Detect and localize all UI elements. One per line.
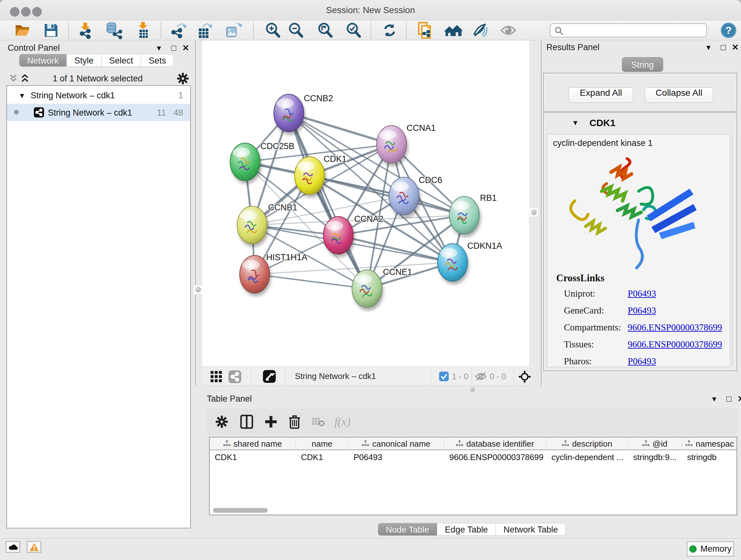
column-header-canonical-name[interactable]: canonical name	[348, 437, 444, 450]
table-hscrollbar[interactable]	[213, 508, 268, 513]
crosshair-icon[interactable]	[518, 370, 531, 383]
column-header-database-identifier[interactable]: database identifier	[444, 437, 546, 450]
tab-sets[interactable]: Sets	[141, 54, 174, 67]
network-collection-row[interactable]: ▼ String Network – cdk1 1	[7, 86, 190, 104]
crosslink-label: Compartments:	[564, 322, 621, 333]
node-CDC25B[interactable]	[230, 143, 260, 181]
maximize-panel-icon[interactable]: □	[717, 43, 730, 52]
import-table-icon[interactable]	[134, 21, 152, 40]
tab-select[interactable]: Select	[102, 54, 141, 67]
cloud-icon[interactable]	[6, 541, 20, 553]
delete-table-icon[interactable]	[309, 413, 327, 431]
close-panel-icon[interactable]: ✕	[179, 43, 192, 53]
trash-icon[interactable]	[285, 413, 304, 431]
node-CCNA2[interactable]	[323, 216, 353, 254]
table-cell[interactable]: CDK1	[296, 451, 348, 463]
plus-icon[interactable]	[262, 413, 280, 431]
node-HIST1H1A[interactable]	[240, 255, 270, 293]
node-RB1[interactable]	[449, 196, 479, 234]
graphics-details-icon[interactable]	[471, 21, 490, 40]
column-header-description[interactable]: description	[546, 437, 628, 450]
columns-icon[interactable]	[238, 413, 256, 431]
tab-string[interactable]: String	[622, 57, 663, 72]
tree-expander-icon[interactable]: ▼	[18, 91, 25, 100]
crosslink-link[interactable]: P06493	[628, 305, 656, 316]
import-network-file-icon[interactable]	[76, 21, 94, 40]
grid-icon[interactable]	[211, 371, 222, 382]
bottom-splitter-handle[interactable]	[470, 387, 475, 392]
results-scrollbar[interactable]	[732, 134, 737, 367]
zoom-out-icon[interactable]	[286, 21, 305, 40]
open-session-icon[interactable]	[13, 21, 31, 40]
node-CDKN1A[interactable]	[437, 244, 468, 281]
node-CCNB2[interactable]	[274, 94, 304, 132]
right-splitter-handle[interactable]	[529, 207, 539, 217]
memory-button[interactable]: Memory	[687, 542, 734, 557]
eye-slash-icon[interactable]	[475, 371, 487, 381]
maximize-panel-icon[interactable]: □	[167, 43, 180, 53]
zoom-in-icon[interactable]	[264, 21, 282, 40]
crosslink-link[interactable]: 9606.ENSP00000378699	[628, 339, 722, 350]
left-splitter[interactable]	[195, 41, 197, 386]
table-cell[interactable]: stringdb	[682, 451, 737, 463]
show-hide-eye-icon[interactable]	[499, 21, 518, 40]
table-cell[interactable]: P06493	[348, 451, 444, 463]
share-icon[interactable]	[228, 370, 241, 383]
expand-all-button[interactable]: Expand All	[569, 87, 633, 103]
float-panel-icon[interactable]: ▾	[708, 394, 721, 404]
warning-icon[interactable]	[27, 541, 41, 553]
network-canvas[interactable]: CCNB2CCNA1CDC25BCDK1CDC6RB1CCNB1CCNA2CDK…	[202, 41, 529, 367]
help-icon[interactable]: ?	[719, 21, 738, 40]
export-image-icon[interactable]	[224, 21, 242, 40]
refresh-layout-icon[interactable]	[381, 21, 399, 40]
node-CDK1[interactable]	[294, 157, 325, 194]
table-row[interactable]: CDK1CDK1P064939606.ENSP00000378699cyclin…	[210, 451, 737, 463]
string-network-graph[interactable]: CCNB2CCNA1CDC25BCDK1CDC6RB1CCNB1CCNA2CDK…	[202, 41, 529, 367]
maximize-panel-icon[interactable]: □	[723, 394, 735, 404]
zoom-fit-icon[interactable]	[316, 21, 334, 40]
export-network-icon[interactable]	[169, 21, 187, 40]
close-panel-icon[interactable]: ✕	[729, 43, 741, 52]
column-header-shared-name[interactable]: shared name	[210, 437, 296, 450]
export-table-icon[interactable]	[196, 21, 214, 40]
birdseye-icon[interactable]	[263, 370, 276, 383]
tab-network[interactable]: Network	[19, 54, 67, 67]
column-header-name[interactable]: name	[296, 437, 348, 450]
houses-icon[interactable]	[444, 21, 462, 40]
tab-network-table[interactable]: Network Table	[496, 523, 566, 536]
gear-icon[interactable]	[177, 72, 189, 84]
table-cell[interactable]: stringdb:9...	[628, 451, 682, 463]
close-panel-icon[interactable]: ✕	[735, 394, 741, 404]
tab-node-table[interactable]: Node Table	[378, 523, 437, 536]
node-CCNA1[interactable]	[377, 125, 407, 163]
node-CDC6[interactable]	[389, 177, 419, 215]
table-cell[interactable]: cyclin-dependent ...	[546, 451, 628, 463]
tab-edge-table[interactable]: Edge Table	[437, 523, 496, 536]
crosslink-link[interactable]: P06493	[628, 356, 656, 367]
table-cell[interactable]: CDK1	[210, 451, 296, 463]
checkbox-icon[interactable]	[439, 372, 449, 381]
node-label-CCNA2: CCNA2	[354, 214, 384, 224]
crosslink-link[interactable]: 9606.ENSP00000378699	[628, 322, 722, 333]
tab-style[interactable]: Style	[67, 54, 102, 67]
float-panel-icon[interactable]: ▾	[702, 43, 715, 52]
save-session-icon[interactable]	[42, 21, 60, 40]
node-CCNE1[interactable]	[352, 270, 382, 307]
collapse-entry-icon[interactable]: ▼	[572, 119, 579, 127]
clone-network-icon[interactable]	[416, 21, 434, 40]
crosslink-label: GeneCard:	[564, 305, 604, 316]
network-row-selected[interactable]: String Network – cdk1 11 48	[7, 104, 190, 121]
crosslink-link[interactable]: P06493	[628, 288, 656, 299]
fx-icon[interactable]: f(x)	[333, 413, 352, 431]
import-network-db-icon[interactable]	[105, 21, 123, 40]
gear-icon[interactable]	[212, 413, 231, 431]
column-header-namespac[interactable]: namespac	[682, 437, 737, 450]
node-CCNB1[interactable]	[237, 206, 267, 244]
left-splitter-handle[interactable]	[193, 285, 203, 294]
column-header--id[interactable]: @id	[628, 437, 682, 450]
collapse-all-button[interactable]: Collapse All	[645, 87, 713, 103]
table-cell[interactable]: 9606.ENSP00000378699	[444, 451, 546, 463]
zoom-selected-icon[interactable]	[344, 21, 363, 40]
search-input[interactable]	[567, 24, 704, 36]
float-panel-icon[interactable]: ▾	[152, 43, 165, 53]
